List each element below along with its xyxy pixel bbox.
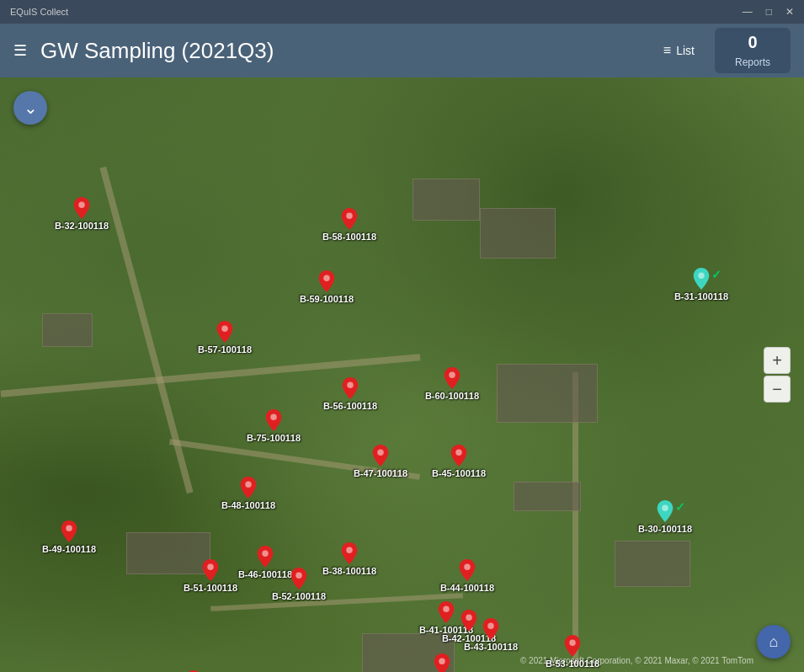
svg-point-3 <box>323 275 329 281</box>
map-pin[interactable]: B-49-100118 <box>61 520 77 542</box>
pin-label: B-48-100118 <box>221 500 275 510</box>
svg-point-20 <box>487 623 493 629</box>
close-button[interactable]: ✕ <box>785 6 794 18</box>
hamburger-menu[interactable]: ☰ <box>13 41 27 60</box>
pin-label: B-59-100118 <box>300 294 354 304</box>
zoom-in-button[interactable]: + <box>764 347 791 374</box>
svg-point-16 <box>346 547 352 553</box>
pin-icon <box>61 520 77 542</box>
map-pin[interactable]: B-41-100118 <box>438 601 455 623</box>
pin-label: B-47-100118 <box>354 468 407 478</box>
svg-point-5 <box>347 382 353 388</box>
map-pin[interactable]: B-51-100118 <box>202 559 219 581</box>
map-pin[interactable]: B-53-100118 <box>564 635 581 657</box>
window-controls: — □ ✕ <box>743 6 794 18</box>
building <box>126 532 210 574</box>
map-pin[interactable]: B-75-100118 <box>265 409 282 431</box>
list-icon: ≡ <box>663 43 671 58</box>
plus-icon: + <box>772 352 782 369</box>
pin-label: B-52-100118 <box>272 591 326 601</box>
svg-point-14 <box>262 551 268 557</box>
home-icon: ⌂ <box>769 633 779 651</box>
svg-point-15 <box>296 573 301 579</box>
map-pin[interactable]: B-58-100118 <box>341 208 358 230</box>
app-header: ☰ GW Sampling (2021Q3) ≡ List 0 Reports <box>0 24 804 77</box>
pin-icon <box>372 445 389 467</box>
svg-point-1 <box>346 213 352 219</box>
svg-point-4 <box>221 326 227 332</box>
map-pin[interactable]: B-31-100118✓ <box>693 268 710 290</box>
pin-icon <box>459 559 476 581</box>
map-pin[interactable]: B-38-100118 <box>341 542 358 564</box>
pin-label: B-31-100118 <box>674 291 728 301</box>
map-pin[interactable]: B-43-100118 <box>482 618 499 640</box>
reports-button[interactable]: 0 Reports <box>715 28 791 73</box>
pin-icon <box>564 635 581 657</box>
svg-point-12 <box>66 525 72 531</box>
pin-label: B-32-100118 <box>55 221 109 231</box>
completed-checkmark: ✓ <box>675 500 685 514</box>
pin-label: B-45-100118 <box>432 468 486 478</box>
svg-point-2 <box>698 273 704 279</box>
map-container[interactable]: ⌄ B-32-100118B-58-100118B-31-100118✓B-59… <box>0 77 804 672</box>
pin-label: B-38-100118 <box>322 566 376 576</box>
minus-icon: − <box>772 381 782 397</box>
pin-label: B-44-100118 <box>440 583 494 593</box>
svg-point-6 <box>449 372 455 378</box>
app-name: EQuIS Collect <box>10 7 68 17</box>
svg-point-9 <box>377 450 383 456</box>
pin-icon <box>342 377 359 399</box>
map-pin[interactable]: B-46-100118 <box>257 546 274 568</box>
pin-icon <box>693 268 710 290</box>
reports-count: 0 <box>748 33 757 51</box>
pin-icon <box>341 542 358 564</box>
home-button[interactable]: ⌂ <box>757 625 791 659</box>
svg-point-22 <box>439 659 445 664</box>
map-pin[interactable]: B-56-100118 <box>342 377 359 399</box>
map-pin[interactable]: B-42-100118 <box>461 610 477 632</box>
chevron-down-icon: ⌄ <box>24 98 38 118</box>
svg-point-17 <box>464 564 470 570</box>
minimize-button[interactable]: — <box>743 6 753 18</box>
building <box>480 208 556 259</box>
map-pin[interactable]: B-59-100118 <box>318 270 335 292</box>
svg-point-7 <box>270 414 276 420</box>
pin-icon <box>290 568 307 589</box>
pin-icon <box>657 500 674 522</box>
zoom-out-button[interactable]: − <box>764 376 791 403</box>
maximize-button[interactable]: □ <box>766 6 772 18</box>
list-label: List <box>676 44 695 57</box>
svg-point-0 <box>78 202 84 208</box>
map-pin[interactable]: B-44-100118 <box>459 559 476 581</box>
pin-icon <box>444 367 461 389</box>
map-pin[interactable]: B-45-100118 <box>450 445 467 467</box>
pin-label: B-46-100118 <box>238 569 292 579</box>
map-pin[interactable]: B-48-100118 <box>240 477 257 499</box>
pin-icon <box>257 546 274 568</box>
completed-checkmark: ✓ <box>711 268 721 281</box>
svg-point-21 <box>569 640 575 646</box>
map-pin[interactable]: B-47-100118 <box>372 445 389 467</box>
zoom-controls: + − <box>764 347 791 403</box>
building <box>514 482 581 511</box>
pin-icon <box>450 445 467 467</box>
pin-label: B-56-100118 <box>323 401 377 411</box>
map-pin[interactable]: B-60-100118 <box>444 367 461 389</box>
svg-point-8 <box>245 482 251 488</box>
map-pin[interactable]: B-33-1001 <box>434 653 450 672</box>
pin-icon <box>265 409 282 431</box>
pin-icon <box>73 197 90 219</box>
collapse-button[interactable]: ⌄ <box>13 91 47 125</box>
map-pin[interactable]: B-32-100118 <box>73 197 90 219</box>
list-button[interactable]: ≡ List <box>663 43 695 58</box>
map-pin[interactable]: B-30-100118✓ <box>657 500 674 522</box>
svg-point-11 <box>662 505 668 511</box>
pin-icon <box>434 653 450 672</box>
pin-icon <box>461 610 477 632</box>
map-pin[interactable]: B-52-100118 <box>290 568 307 589</box>
building <box>615 541 690 587</box>
pin-icon <box>216 321 233 343</box>
pin-label: B-57-100118 <box>198 344 252 355</box>
map-pin[interactable]: B-57-100118 <box>216 321 233 343</box>
svg-point-18 <box>443 606 449 612</box>
